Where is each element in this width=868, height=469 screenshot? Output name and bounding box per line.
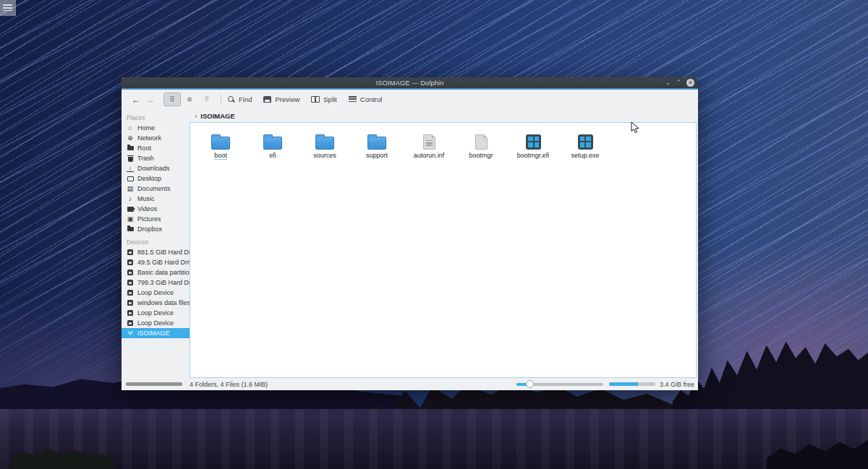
drive-icon [127,310,134,316]
sidebar-item-label: Root [137,145,151,152]
forward-button[interactable]: → [143,95,158,105]
hamburger-menu-icon [349,96,357,103]
dolphin-window: ISOIMAGE — Dolphin ⌄ ⌃ ✕ ← → ⠿ ≡ ⠿ Find [122,77,698,390]
devices-section-label: Devices [122,237,190,247]
sidebar-item-label: Home [137,124,155,132]
file-item-support[interactable]: support [351,128,403,161]
sidebar-item-network[interactable]: ⊕ Network [122,133,190,143]
desktop-toolbox-widget[interactable] [0,0,16,16]
device-item-label: windows data files [137,299,190,306]
icons-view-icon: ⠿ [169,96,174,103]
breadcrumb-location[interactable]: ISOIMAGE [200,112,235,120]
device-item-label: 49.5 GiB Hard Drive [137,259,190,266]
device-item-isoimage[interactable]: Ψ ISOIMAGE [122,328,190,338]
preview-icon [263,96,271,103]
file-item-efi[interactable]: efi [247,128,299,161]
home-icon: ⌂ [127,124,134,132]
device-item-basic-data-partition[interactable]: Basic data partition [122,267,190,277]
sidebar-item-label: Videos [137,205,157,212]
file-label: autorun.inf [414,152,445,159]
windows-app-icon [578,134,593,150]
compact-view-icon: ⠿ [205,97,209,103]
text-file-icon [423,134,435,150]
music-icon: ♪ [127,195,134,202]
folder-icon [263,137,282,150]
close-button[interactable]: ✕ [686,79,694,87]
capacity-bar-fill [609,382,638,386]
titlebar[interactable]: ISOIMAGE — Dolphin ⌄ ⌃ ✕ [122,77,698,88]
trash-icon [127,155,134,162]
device-item-loop-device[interactable]: Loop Device [122,288,190,298]
sidebar-horizontal-scrollbar[interactable] [126,382,182,386]
zoom-slider-handle[interactable] [526,380,534,388]
shade-button[interactable]: ⌄ [665,79,671,86]
device-item-loop-device[interactable]: Loop Device [122,318,190,328]
drive-icon [127,270,134,275]
root-folder-icon [127,146,134,150]
drive-icon [127,320,134,326]
sidebar-item-dropbox[interactable]: Dropbox [122,224,190,234]
back-button[interactable]: ← [129,95,143,105]
preview-button[interactable]: Preview [263,95,299,103]
sidebar-item-downloads[interactable]: ↓ Downloads [122,163,190,173]
drive-icon [127,259,134,265]
folder-icon [367,137,386,150]
device-item-windows-data-files[interactable]: windows data files [122,298,190,308]
toolbar: ← → ⠿ ≡ ⠿ Find Preview Split Con [122,90,698,109]
sidebar-item-trash[interactable]: Trash [122,153,190,163]
sidebar-item-desktop[interactable]: Desktop [122,173,190,184]
file-item-bootmgr[interactable]: bootmgr [455,128,507,161]
downloads-icon: ↓ [127,165,134,172]
file-item-setup-exe[interactable]: setup.exe [559,128,611,161]
details-view-button[interactable]: ≡ [181,92,198,106]
find-button[interactable]: Find [228,95,252,103]
folder-icon [315,137,334,150]
sidebar-item-documents[interactable]: ▤ Documents [122,184,190,194]
device-item-881-5-gib-hard-drive[interactable]: 881.5 GiB Hard Drive [122,247,190,257]
file-item-sources[interactable]: sources [299,128,351,161]
file-item-boot[interactable]: boot [195,128,247,161]
file-icon [475,134,488,150]
dropbox-icon [127,227,134,231]
maximize-button[interactable]: ⌃ [676,79,681,86]
search-icon [228,96,235,103]
sidebar-item-label: Pictures [137,215,161,223]
file-item-autorun-inf[interactable]: autorun.inf [403,128,455,161]
zoom-slider[interactable] [516,379,603,389]
icons-view-button[interactable]: ⠿ [163,92,181,106]
sidebar-item-root[interactable]: Root [122,143,190,153]
file-label: bootmgr [469,152,493,159]
sidebar-item-music[interactable]: ♪ Music [122,194,190,204]
sidebar-item-label: Downloads [137,165,170,172]
find-label: Find [239,95,252,103]
file-label: setup.exe [571,152,599,159]
split-label: Split [323,95,336,103]
device-item-799-3-gib-hard-drive[interactable]: 799.3 GiB Hard Drive [122,277,190,288]
file-view[interactable]: boot efi sources support autorun.inf boo… [190,122,697,378]
device-item-label: Loop Device [137,319,174,327]
preview-label: Preview [275,95,299,103]
documents-icon: ▤ [127,185,134,192]
split-icon [311,96,320,103]
device-item-loop-device[interactable]: Loop Device [122,308,190,318]
file-label: sources [313,152,336,159]
drive-icon [127,290,134,296]
drive-icon [127,280,134,285]
split-button[interactable]: Split [311,95,336,103]
file-item-bootmgr-efi[interactable]: bootmgr.efi [507,128,559,161]
places-panel: Places ⌂ Home ⊕ Network Root Trash ↓ Dow… [122,109,190,378]
device-item-49-5-gib-hard-drive[interactable]: 49.5 GiB Hard Drive [122,257,190,267]
breadcrumb: › ISOIMAGE [190,109,698,122]
compact-view-button[interactable]: ⠿ [198,92,216,106]
drive-icon [127,249,134,255]
usb-icon: Ψ [127,330,134,337]
control-button[interactable]: Control [349,95,383,103]
sidebar-item-label: Documents [137,185,171,192]
network-icon: ⊕ [127,134,134,142]
sidebar-item-home[interactable]: ⌂ Home [122,123,190,133]
chevron-right-icon[interactable]: › [195,112,197,120]
file-label: support [366,152,388,159]
sidebar-item-pictures[interactable]: ▣ Pictures [122,214,190,224]
sidebar-item-videos[interactable]: Videos [122,204,190,214]
sidebar-item-label: Network [137,134,161,142]
